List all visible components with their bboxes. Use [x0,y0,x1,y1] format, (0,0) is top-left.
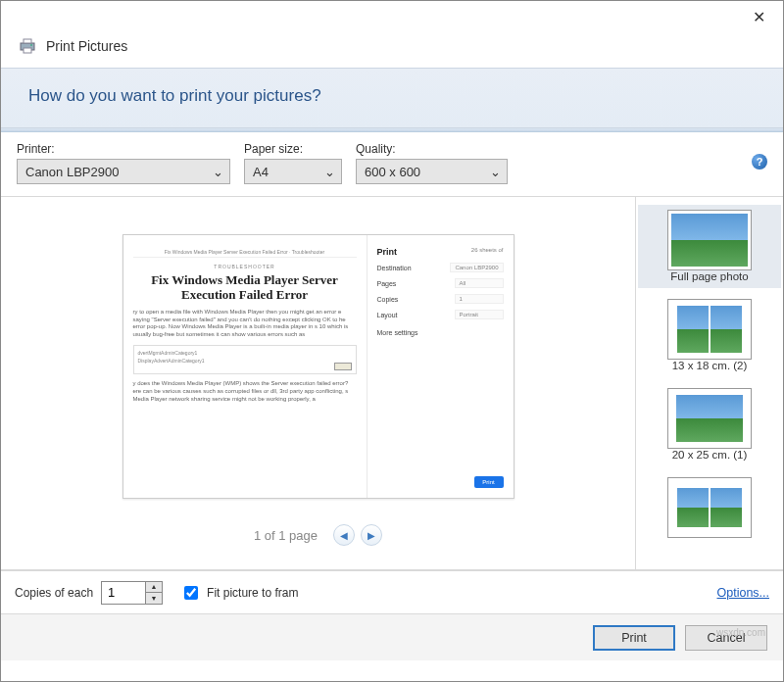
printer-value: Canon LBP2900 [25,165,119,179]
fit-to-frame-checkbox[interactable]: Fit picture to fram [180,583,298,603]
quality-label: Quality: [356,142,508,156]
help-icon[interactable]: ? [752,154,767,170]
fit-to-frame-label: Fit picture to fram [207,586,298,600]
pv-layout-value: Portrait [455,310,504,319]
layout-list[interactable]: Full page photo 13 x 18 cm. (2) 20 x 25 … [636,197,783,569]
quality-dropdown[interactable]: 600 x 600 ⌄ [356,159,508,184]
pv-pages-label: Pages [377,280,397,287]
copies-decrement[interactable]: ▼ [146,593,162,604]
pv-print-button-thumb: Print [474,476,504,488]
paper-size-dropdown[interactable]: A4 ⌄ [244,159,342,184]
preview-dialog-thumb: dvertMgmtAdminCategory1 DisplayAdvertAdm… [133,345,357,374]
pv-sheets: 26 sheets of [471,247,504,257]
layout-label: Full page photo [670,270,748,282]
pager-status: 1 of 1 page [254,528,318,543]
pager-next-button[interactable]: ▶ [361,524,382,546]
printer-dropdown[interactable]: Canon LBP2900 ⌄ [17,159,230,184]
layout-item-more[interactable] [638,472,781,544]
quality-value: 600 x 600 [365,165,420,179]
copies-label: Copies of each [15,586,93,600]
pv-layout-label: Layout [377,312,398,318]
printer-icon [19,38,36,54]
pv-pages-value: All [455,278,504,288]
svg-rect-2 [24,48,31,53]
layout-item-20x25[interactable]: 20 x 25 cm. (1) [638,383,781,466]
preview-page: Fix Windows Media Player Server Executio… [122,234,514,499]
pv-copies-value: 1 [455,294,504,304]
print-button[interactable]: Print [593,625,675,651]
paper-size-value: A4 [253,165,269,179]
copies-spinner[interactable]: ▲ ▼ [101,581,163,605]
print-preview-area: Fix Windows Media Player Server Executio… [1,197,636,569]
preview-p2: y does the Windows Media Player (WMP) sh… [133,380,357,403]
layout-label: 20 x 25 cm. (1) [672,449,748,461]
window-title: Print Pictures [46,38,127,54]
paper-size-label: Paper size: [244,142,342,156]
chevron-down-icon: ⌄ [213,165,223,179]
preview-p1: ry to open a media file with Windows Med… [133,309,357,339]
pv-dest-value: Canon LBP2900 [450,263,503,272]
copies-input[interactable] [102,582,145,604]
pager-prev-button[interactable]: ◀ [333,524,355,546]
banner-question: How do you want to print your pictures? [1,68,783,128]
layout-label: 13 x 18 cm. (2) [672,360,748,371]
svg-rect-1 [24,39,31,43]
watermark: wsxdn.com [716,627,765,638]
close-icon[interactable]: ✕ [745,4,773,30]
chevron-down-icon: ⌄ [490,165,501,179]
copies-increment[interactable]: ▲ [146,582,162,593]
printer-label: Printer: [17,142,230,156]
preview-headline: Fix Windows Media Player Server Executio… [133,273,357,303]
pv-more-settings: More settings [377,329,504,336]
chevron-down-icon: ⌄ [324,165,335,179]
fit-to-frame-input[interactable] [184,586,198,600]
pv-print-title: Print [377,247,398,257]
pv-copies-label: Copies [377,296,399,303]
svg-point-3 [30,44,32,46]
options-link[interactable]: Options... [717,586,770,600]
layout-item-13x18[interactable]: 13 x 18 cm. (2) [638,294,781,377]
layout-item-full-page[interactable]: Full page photo [638,205,781,288]
pv-dest-label: Destination [377,265,412,271]
preview-overline: TROUBLESHOOTER [133,264,357,269]
